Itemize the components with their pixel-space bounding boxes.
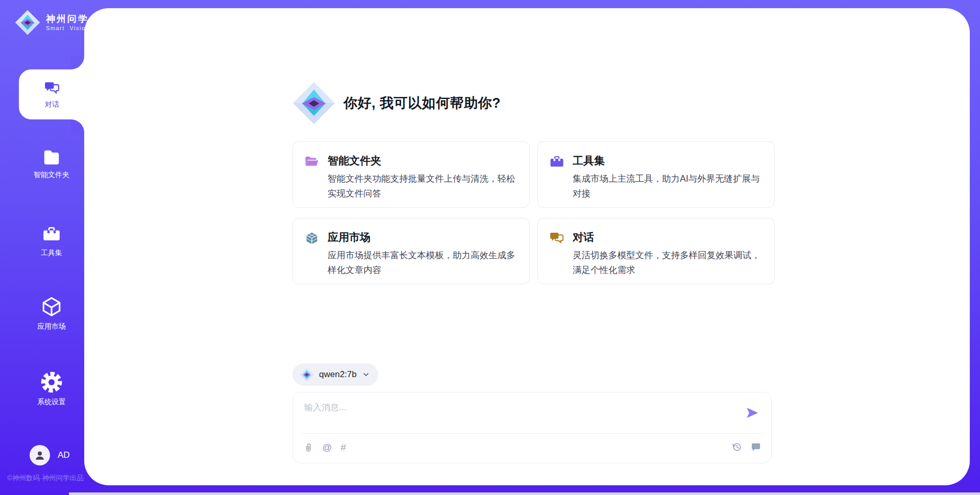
person-icon	[34, 449, 46, 461]
card-description: 智能文件夹功能支持批量文件上传与清洗，轻松实现文件问答	[328, 171, 519, 201]
copyright-text: ©神州数码·神州问学出品	[7, 474, 83, 483]
brand-logo: 神州问学 Smart Vision	[14, 9, 89, 36]
chat-icon	[549, 231, 565, 246]
greeting-title: 你好, 我可以如何帮助你?	[344, 94, 501, 112]
chevron-down-icon	[362, 370, 370, 379]
brand-subtitle: Smart Vision	[46, 25, 89, 31]
assistant-diamond-icon	[291, 81, 336, 126]
app-screen: 神州问学 Smart Vision 对话 智能文件夹 工具集 应用市场	[0, 0, 980, 495]
message-input[interactable]	[303, 401, 744, 432]
greeting-block: 你好, 我可以如何帮助你?	[291, 81, 501, 126]
sidebar-item-label: 工具集	[41, 249, 62, 258]
composer-tools-right	[731, 441, 761, 452]
sidebar-item-label: 系统设置	[37, 398, 66, 407]
sidebar-item-toolset[interactable]: 工具集	[19, 225, 84, 258]
card-title: 智能文件夹	[328, 154, 519, 168]
send-icon	[745, 406, 760, 420]
toolbox-icon	[549, 154, 565, 169]
chat-bubble-icon	[750, 441, 761, 452]
card-title: 对话	[573, 230, 764, 244]
composer-tools-left: @ #	[303, 441, 346, 454]
history-icon	[731, 441, 742, 452]
cube-grid-icon	[304, 231, 320, 246]
gear-icon	[41, 372, 62, 393]
chat-icon	[44, 80, 60, 96]
brand-name: 神州问学	[46, 14, 89, 24]
hashtag-button[interactable]: #	[340, 441, 346, 454]
card-toolset[interactable]: 工具集 集成市场上主流工具，助力AI与外界无缝扩展与对接	[537, 141, 775, 208]
sidebar-item-smart-folder[interactable]: 智能文件夹	[19, 149, 84, 180]
paperclip-icon	[303, 441, 313, 454]
composer-divider	[301, 433, 763, 434]
sidebar-item-app-market[interactable]: 应用市场	[19, 296, 84, 331]
card-title: 工具集	[573, 154, 764, 168]
tab-fillet-bottom	[71, 119, 84, 133]
folder-open-icon	[304, 154, 320, 169]
sidebar-item-label: 应用市场	[37, 322, 66, 331]
card-title: 应用市场	[328, 230, 519, 244]
send-button[interactable]	[745, 406, 760, 421]
attach-button[interactable]	[303, 441, 313, 454]
history-button[interactable]	[731, 441, 742, 452]
user-initials: AD	[58, 450, 70, 460]
avatar	[30, 445, 50, 465]
card-description: 灵活切换多模型文件，支持多样回复效果调试，满足个性化需求	[573, 248, 764, 278]
feature-cards: 智能文件夹 智能文件夹功能支持批量文件上传与清洗，轻松实现文件问答 工具集 集成…	[292, 141, 775, 284]
horizontal-scrollbar[interactable]	[69, 492, 980, 495]
tab-fillet-top	[71, 56, 84, 69]
card-description: 应用市场提供丰富长文本模板，助力高效生成多样化文章内容	[328, 248, 519, 278]
folder-icon	[42, 149, 61, 166]
model-diamond-icon	[300, 367, 314, 382]
chat-bubble-button[interactable]	[750, 441, 761, 452]
sidebar-item-settings[interactable]: 系统设置	[19, 372, 84, 407]
model-selector[interactable]: qwen2:7b	[292, 363, 378, 386]
mention-button[interactable]: @	[322, 441, 332, 454]
card-description: 集成市场上主流工具，助力AI与外界无缝扩展与对接	[573, 171, 764, 201]
brand-diamond-icon	[14, 9, 41, 36]
cube-icon	[41, 296, 62, 317]
user-account[interactable]: AD	[30, 445, 70, 465]
sidebar-item-label: 智能文件夹	[34, 170, 69, 180]
model-name: qwen2:7b	[319, 369, 357, 380]
card-smart-folder[interactable]: 智能文件夹 智能文件夹功能支持批量文件上传与清洗，轻松实现文件问答	[292, 141, 530, 208]
toolbox-icon	[42, 225, 61, 244]
card-chat[interactable]: 对话 灵活切换多模型文件，支持多样回复效果调试，满足个性化需求	[537, 218, 775, 284]
sidebar-item-chat[interactable]: 对话	[19, 69, 85, 119]
card-app-market[interactable]: 应用市场 应用市场提供丰富长文本模板，助力高效生成多样化文章内容	[292, 218, 530, 284]
message-composer: @ #	[292, 392, 772, 463]
sidebar-item-label: 对话	[45, 100, 59, 109]
